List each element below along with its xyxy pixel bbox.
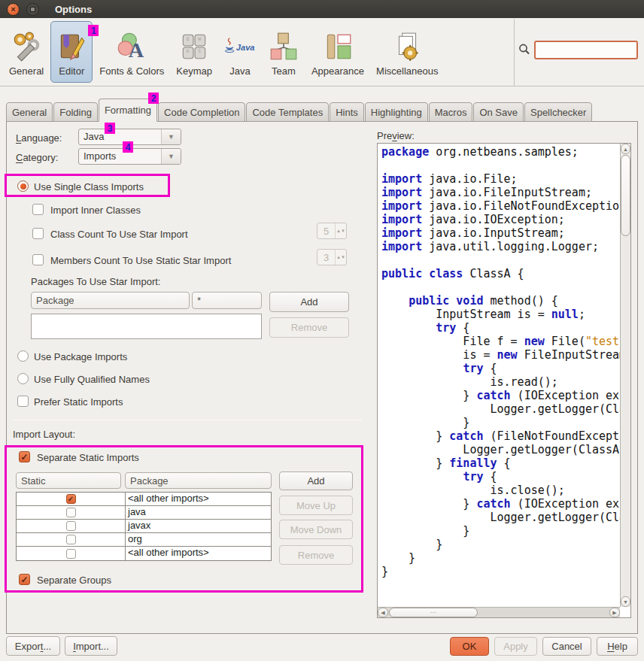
static-cell: ✓ — [17, 520, 126, 532]
use-fully-qualified-radio[interactable] — [17, 373, 29, 384]
static-checkbox[interactable]: ✓ — [66, 494, 76, 504]
star-table-header-star[interactable]: * — [192, 292, 262, 309]
members-count-label: Members Count To Use Static Star Import — [50, 255, 231, 266]
tab-label: Formatting — [105, 105, 151, 116]
code-line: import java.util.logging.Logger; — [381, 240, 620, 253]
spinner-arrows-icon[interactable]: ▲▼ — [335, 223, 346, 238]
layout-table-row[interactable]: ✓org — [17, 533, 271, 547]
members-count-checkbox[interactable]: ✓ — [32, 254, 44, 265]
layout-table-row[interactable]: ✓javax — [17, 520, 271, 533]
toolbar-item-label: Miscellaneous — [376, 65, 438, 77]
move-up-button[interactable]: Move Up — [279, 496, 353, 515]
tab-macros[interactable]: Macros — [429, 102, 473, 122]
toolbar-item-fonts-colors[interactable]: AFonts & Colors — [94, 21, 169, 83]
java-cup-icon: Java — [224, 29, 256, 64]
close-button[interactable]: × — [7, 3, 20, 16]
import-button[interactable]: Import... — [65, 636, 117, 656]
tab-code-templates[interactable]: Code Templates — [246, 102, 329, 122]
horizontal-scrollbar[interactable]: ◀ ⋯ ▶ — [378, 607, 620, 617]
tab-hints[interactable]: Hints — [330, 102, 364, 122]
help-button[interactable]: Help — [597, 637, 638, 656]
class-count-label: Class Count To Use Star Import — [50, 229, 188, 240]
preview-code[interactable]: package org.netbeans.samples; import jav… — [378, 144, 620, 607]
vertical-scrollbar[interactable]: ▲ ▼ — [620, 144, 630, 607]
layout-table-row[interactable]: ✓<all other imports> — [17, 547, 271, 560]
layout-table-header-static[interactable]: Static — [16, 472, 121, 489]
tab-label: Highlighting — [371, 107, 422, 118]
svg-text:Q: Q — [187, 36, 190, 41]
package-cell: org — [126, 533, 271, 546]
annotation-badge-1: 1 — [88, 25, 99, 36]
use-single-class-imports-radio[interactable] — [17, 180, 29, 192]
code-line — [381, 280, 620, 294]
separate-groups-label: Separate Groups — [37, 575, 111, 586]
tab-folding[interactable]: Folding — [53, 102, 98, 122]
vertical-scroll-thumb[interactable] — [621, 155, 630, 236]
use-package-imports-radio[interactable] — [17, 350, 29, 362]
separate-static-imports-checkbox[interactable]: ✓ — [19, 451, 30, 462]
toolbar-item-keymap[interactable]: QWASKeymap — [171, 21, 217, 83]
book-pencil-icon — [56, 29, 87, 64]
search-area — [518, 41, 638, 59]
horizontal-scroll-thumb[interactable]: ⋯ — [389, 608, 478, 617]
toolbar-item-general[interactable]: General — [4, 21, 49, 83]
layout-add-button[interactable]: Add — [279, 471, 353, 490]
use-package-imports-label: Use Package Imports — [34, 351, 127, 362]
prefer-static-imports-checkbox[interactable]: ✓ — [17, 396, 29, 407]
chevron-down-icon[interactable]: ▼ — [161, 149, 181, 164]
static-checkbox[interactable]: ✓ — [66, 549, 76, 559]
static-checkbox[interactable]: ✓ — [66, 521, 76, 531]
code-line: package org.netbeans.samples; — [381, 145, 620, 159]
layout-remove-button[interactable]: Remove — [279, 545, 353, 565]
code-line: Logger.getLogger(ClassA.class.getName())… — [381, 402, 620, 416]
layout-table-header-package[interactable]: Package — [125, 472, 272, 489]
code-line: try { — [381, 321, 620, 335]
tab-on-save[interactable]: On Save — [473, 102, 524, 122]
star-table-header-package[interactable]: Package — [31, 292, 190, 309]
separate-groups-checkbox[interactable]: ✓ — [19, 574, 30, 585]
star-add-button[interactable]: Add — [269, 292, 349, 312]
toolbar-items: GeneralEditor1AFonts & ColorsQWASKeymapJ… — [3, 20, 444, 84]
tab-general[interactable]: General — [6, 102, 53, 122]
toolbar-item-miscellaneous[interactable]: Miscellaneous — [371, 21, 443, 83]
tab-highlighting[interactable]: Highlighting — [365, 102, 428, 122]
restore-button[interactable] — [26, 3, 39, 16]
spinner-arrows-icon[interactable]: ▲▼ — [335, 250, 346, 265]
toolbar-item-team[interactable]: Team — [263, 21, 305, 83]
class-count-checkbox[interactable]: ✓ — [32, 228, 44, 239]
annotation-badge-2: 2 — [148, 92, 159, 104]
scroll-down-button[interactable]: ▼ — [621, 596, 630, 607]
code-line: try { — [381, 470, 620, 484]
apply-button[interactable]: Apply — [494, 637, 537, 656]
toolbar-item-appearance[interactable]: Appearance — [306, 21, 369, 83]
star-remove-button[interactable]: Remove — [269, 317, 349, 338]
keyboard-keys-icon: QWAS — [178, 29, 210, 64]
scroll-right-button[interactable]: ▶ — [609, 608, 620, 617]
import-inner-classes-checkbox[interactable]: ✓ — [32, 204, 44, 215]
ok-button[interactable]: OK — [450, 637, 489, 656]
cancel-button[interactable]: Cancel — [542, 637, 591, 656]
layout-table: ✓<all other imports>✓java✓javax✓org✓<all… — [16, 492, 272, 561]
move-down-button[interactable]: Move Down — [279, 520, 353, 539]
cubes-icon — [268, 29, 299, 64]
toolbar-item-java[interactable]: JavaJava — [219, 21, 261, 83]
layout-table-row[interactable]: ✓java — [17, 506, 271, 520]
static-checkbox[interactable]: ✓ — [66, 535, 76, 544]
tab-formatting[interactable]: Formatting2 — [99, 99, 157, 122]
static-cell: ✓ — [17, 493, 126, 505]
tab-spellchecker[interactable]: Spellchecker — [524, 102, 592, 122]
members-count-spinner[interactable]: 3 ▲▼ — [317, 249, 347, 265]
tab-code-completion[interactable]: Code Completion — [158, 102, 245, 122]
chevron-down-icon[interactable]: ▼ — [161, 129, 181, 144]
star-table-body[interactable] — [31, 314, 262, 339]
static-checkbox[interactable]: ✓ — [66, 508, 76, 517]
export-button[interactable]: Export... — [6, 636, 60, 656]
scroll-left-button[interactable]: ◀ — [378, 608, 388, 617]
class-count-spinner[interactable]: 5 ▲▼ — [317, 223, 347, 239]
scroll-up-button[interactable]: ▲ — [621, 144, 630, 154]
toolbar-item-label: Keymap — [176, 65, 212, 77]
search-input[interactable] — [534, 41, 638, 59]
gears-wrench-icon — [11, 29, 42, 64]
toolbar-item-editor[interactable]: Editor1 — [50, 21, 93, 83]
layout-table-row[interactable]: ✓<all other imports> — [17, 493, 271, 506]
